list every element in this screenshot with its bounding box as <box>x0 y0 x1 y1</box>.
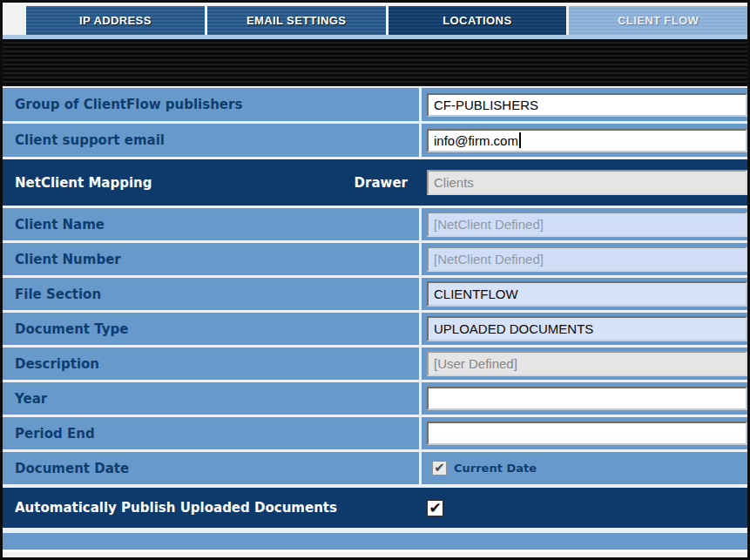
tab-locations[interactable]: LOCATIONS <box>389 6 567 35</box>
description-input: [User Defined] <box>427 351 747 376</box>
support-email-cell: info@firm.com <box>422 124 747 157</box>
settings-form: Group of ClientFlow publishers CF-PUBLIS… <box>3 86 747 550</box>
document-date-row: Document Date ✔ Current Date <box>3 452 747 484</box>
support-email-row: Client support email info@firm.com <box>3 124 747 157</box>
file-section-row: File Section CLIENTFLOW <box>3 278 747 310</box>
period-end-row: Period End <box>3 417 747 449</box>
publisher-group-row: Group of ClientFlow publishers CF-PUBLIS… <box>3 88 747 121</box>
collapsed-panel-band <box>3 39 747 86</box>
year-cell <box>422 382 747 415</box>
support-email-label: Client support email <box>3 124 419 157</box>
auto-publish-cell: ✔ <box>422 500 747 516</box>
period-end-label: Period End <box>3 417 419 449</box>
publisher-group-cell: CF-PUBLISHERS <box>422 88 747 121</box>
tab-bar: IP ADDRESS EMAIL SETTINGS LOCATIONS CLIE… <box>3 3 747 35</box>
period-end-cell <box>422 417 747 449</box>
window-footer <box>3 552 747 560</box>
netclient-mapping-title: NetClient Mapping <box>15 175 152 191</box>
text-cursor <box>519 132 521 148</box>
clientflow-settings-window: IP ADDRESS EMAIL SETTINGS LOCATIONS CLIE… <box>0 0 750 560</box>
document-type-label: Document Type <box>3 313 419 345</box>
client-number-cell: [NetClient Defined] <box>422 243 747 275</box>
support-email-value: info@firm.com <box>434 133 518 148</box>
client-name-value: [NetClient Defined] <box>434 217 544 232</box>
tab-bar-spacer <box>3 6 24 35</box>
document-date-cell: ✔ Current Date <box>422 452 747 484</box>
file-section-input[interactable]: CLIENTFLOW <box>427 281 747 307</box>
client-name-row: Client Name [NetClient Defined] <box>3 208 747 240</box>
document-type-row: Document Type UPLOADED DOCUMENTS <box>3 313 747 345</box>
client-name-label: Client Name <box>3 208 419 240</box>
year-input[interactable] <box>427 387 747 410</box>
file-section-cell: CLIENTFLOW <box>422 278 747 310</box>
client-number-value: [NetClient Defined] <box>434 252 544 267</box>
publisher-group-input[interactable]: CF-PUBLISHERS <box>427 93 747 117</box>
drawer-cell: Clients <box>422 170 747 195</box>
client-number-input: [NetClient Defined] <box>427 246 747 272</box>
client-name-cell: [NetClient Defined] <box>422 208 747 240</box>
publisher-group-value: CF-PUBLISHERS <box>434 98 538 112</box>
auto-publish-checkbox[interactable]: ✔ <box>427 500 443 516</box>
description-label: Description <box>3 347 419 380</box>
auto-publish-row: Automatically Publish Uploaded Documents… <box>3 488 747 528</box>
tab-email-settings[interactable]: EMAIL SETTINGS <box>207 6 386 35</box>
auto-publish-label: Automatically Publish Uploaded Documents <box>15 500 337 516</box>
client-name-input: [NetClient Defined] <box>427 212 747 237</box>
period-end-input[interactable] <box>427 422 747 445</box>
empty-blue-bar <box>3 533 747 550</box>
year-label: Year <box>3 382 419 415</box>
tab-ip-address[interactable]: IP ADDRESS <box>26 6 205 35</box>
description-value: [User Defined] <box>434 356 517 371</box>
document-date-label: Document Date <box>3 452 419 484</box>
tab-client-flow[interactable]: CLIENT FLOW <box>569 6 747 35</box>
client-number-label: Client Number <box>3 243 419 275</box>
netclient-mapping-left: NetClient Mapping Drawer <box>3 175 422 191</box>
document-type-value: UPLOADED DOCUMENTS <box>434 321 593 336</box>
document-type-input[interactable]: UPLOADED DOCUMENTS <box>427 316 747 341</box>
file-section-label: File Section <box>3 278 419 310</box>
drawer-label: Drawer <box>355 175 408 191</box>
year-row: Year <box>3 382 747 415</box>
client-number-row: Client Number [NetClient Defined] <box>3 243 747 275</box>
support-email-input[interactable]: info@firm.com <box>427 129 747 152</box>
drawer-input[interactable]: Clients <box>427 170 747 195</box>
description-row: Description [User Defined] <box>3 347 747 380</box>
current-date-checkbox: ✔ <box>432 461 447 476</box>
description-cell: [User Defined] <box>422 347 747 380</box>
current-date-checkbox-label: Current Date <box>454 462 537 475</box>
auto-publish-left: Automatically Publish Uploaded Documents <box>3 500 422 516</box>
netclient-mapping-section-row: NetClient Mapping Drawer Clients <box>3 159 747 206</box>
drawer-value: Clients <box>434 175 474 190</box>
publisher-group-label: Group of ClientFlow publishers <box>3 88 419 121</box>
document-type-cell: UPLOADED DOCUMENTS <box>422 313 747 345</box>
file-section-value: CLIENTFLOW <box>434 287 518 301</box>
